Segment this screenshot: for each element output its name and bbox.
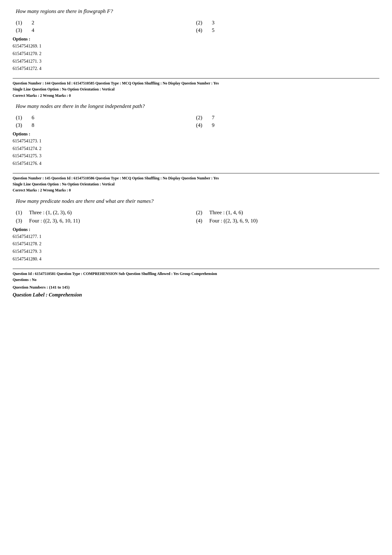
question-143-option-ids: 61547541269. 1 61547541270. 2 6154754127… (13, 42, 379, 72)
comprehension-meta-block: Question Id : 61547510581 Question Type … (13, 269, 379, 299)
option-145-4-val: Four : ((2, 3), 6, 9, 10) (209, 218, 258, 224)
option-144-2: (2) 7 (196, 115, 376, 121)
question-143-options-grid: (1) 2 (2) 3 (3) 4 (4) 5 (13, 20, 379, 34)
option-145-4-num: (4) (196, 218, 205, 224)
option-id-145-3: 61547541279. 3 (13, 248, 379, 255)
option-145-3-num: (3) (16, 218, 25, 224)
comprehension-label-prefix: Question Label : (13, 292, 49, 297)
option-144-2-num: (2) (196, 115, 205, 121)
option-145-1-num: (1) (16, 209, 25, 216)
option-143-1-num: (1) (16, 20, 25, 26)
comprehension-question-numbers: Question Numbers : (141 to 145) (13, 284, 379, 291)
option-145-1-val: Three : (1, (2, 3), 6) (29, 209, 72, 216)
question-144-meta-line1: Question Number : 144 Question Id : 6154… (13, 80, 379, 86)
comprehension-label-value: Comprehension (49, 292, 82, 297)
comprehension-question-label-line: Question Label : Comprehension (13, 291, 379, 299)
question-145-option-ids: 61547541277. 1 61547541278. 2 6154754127… (13, 233, 379, 263)
option-143-3-val: 4 (32, 27, 34, 34)
option-id-144-3: 61547541275. 3 (13, 152, 379, 160)
option-144-1-num: (1) (16, 115, 25, 121)
option-145-1: (1) Three : (1, (2, 3), 6) (16, 209, 196, 216)
option-143-2-num: (2) (196, 20, 205, 26)
option-143-3-num: (3) (16, 27, 25, 34)
question-144-options-label: Options : (13, 132, 379, 137)
option-144-4-num: (4) (196, 122, 205, 128)
option-143-3: (3) 4 (16, 27, 196, 34)
question-145-meta-line1: Question Number : 145 Question Id : 6154… (13, 175, 379, 181)
option-id-143-3: 61547541271. 3 (13, 58, 379, 65)
option-145-2-val: Three : (1, 4, 6) (209, 209, 243, 216)
question-143-block: How many regions are there in flowgraph … (13, 6, 379, 72)
option-144-1-val: 6 (32, 115, 34, 121)
option-144-4: (4) 9 (196, 122, 376, 128)
option-144-4-val: 9 (212, 122, 215, 128)
option-143-4-val: 5 (212, 27, 215, 34)
question-144-text: How many nodes are there in the longest … (13, 101, 379, 111)
option-143-4-num: (4) (196, 27, 205, 34)
question-144-option-ids: 61547541273. 1 61547541274. 2 6154754127… (13, 137, 379, 167)
option-id-145-1: 61547541277. 1 (13, 233, 379, 240)
option-143-1-val: 2 (32, 20, 34, 26)
option-145-4: (4) Four : ((2, 3), 6, 9, 10) (196, 218, 376, 224)
question-145-block: How many predicate nodes are there and w… (13, 196, 379, 263)
option-145-2: (2) Three : (1, 4, 6) (196, 209, 376, 216)
question-145-meta: Question Number : 145 Question Id : 6154… (13, 173, 379, 194)
option-144-1: (1) 6 (16, 115, 196, 121)
question-144-options-grid: (1) 6 (2) 7 (3) 8 (4) 9 (13, 115, 379, 128)
option-id-144-4: 61547541276. 4 (13, 160, 379, 167)
question-143-options-label: Options : (13, 37, 379, 42)
question-145-text: How many predicate nodes are there and w… (13, 196, 379, 206)
question-144-meta-line2: Single Line Question Option : No Option … (13, 86, 379, 92)
option-143-1: (1) 2 (16, 20, 196, 26)
option-143-2: (2) 3 (196, 20, 376, 26)
option-143-2-val: 3 (212, 20, 215, 26)
question-144-correct-marks: Correct Marks : 2 Wrong Marks : 0 (13, 93, 379, 99)
option-144-3-val: 8 (32, 122, 34, 128)
option-id-145-2: 61547541278. 2 (13, 240, 379, 248)
option-id-143-4: 61547541272. 4 (13, 65, 379, 72)
question-145-meta-line2: Single Line Question Option : No Option … (13, 181, 379, 187)
option-145-3: (3) Four : ((2, 3), 6, 10, 11) (16, 218, 196, 224)
option-143-4: (4) 5 (196, 27, 376, 34)
option-145-3-val: Four : ((2, 3), 6, 10, 11) (29, 218, 80, 224)
option-144-3-num: (3) (16, 122, 25, 128)
option-id-143-2: 61547541270. 2 (13, 50, 379, 58)
option-145-2-num: (2) (196, 209, 205, 216)
question-144-block: How many nodes are there in the longest … (13, 101, 379, 167)
question-145-options-label: Options : (13, 227, 379, 232)
option-id-144-2: 61547541274. 2 (13, 145, 379, 153)
option-id-144-1: 61547541273. 1 (13, 137, 379, 145)
option-id-145-4: 61547541280. 4 (13, 255, 379, 263)
option-144-3: (3) 8 (16, 122, 196, 128)
question-143-text: How many regions are there in flowgraph … (13, 6, 379, 16)
question-145-options-grid: (1) Three : (1, (2, 3), 6) (2) Three : (… (13, 209, 379, 224)
comprehension-meta-line2: Questions : No (13, 277, 379, 283)
comprehension-meta-line1: Question Id : 61547510581 Question Type … (13, 271, 379, 277)
question-145-correct-marks: Correct Marks : 2 Wrong Marks : 0 (13, 187, 379, 193)
question-144-meta: Question Number : 144 Question Id : 6154… (13, 78, 379, 99)
option-id-143-1: 61547541269. 1 (13, 42, 379, 50)
option-144-2-val: 7 (212, 115, 215, 121)
